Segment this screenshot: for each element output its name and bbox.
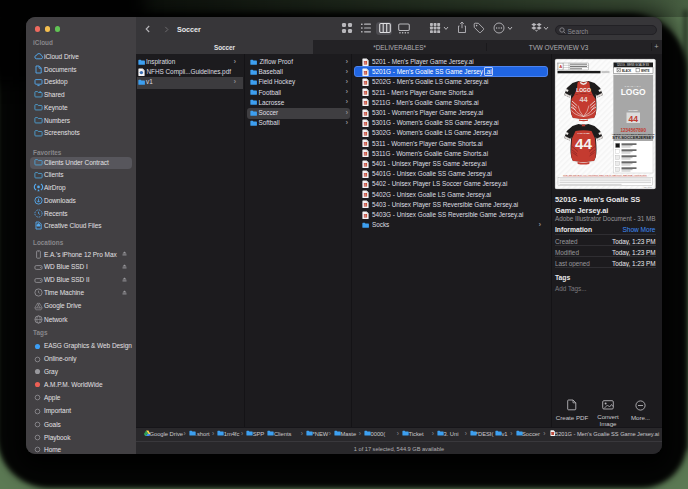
svg-text:LAST NAME: LAST NAME <box>577 132 590 134</box>
svg-text:Ai: Ai <box>364 203 367 207</box>
svg-text:Ai: Ai <box>364 122 367 126</box>
svg-text:Ai: Ai <box>364 132 367 136</box>
svg-text:PLEASE REVIEW ALL ARTWORK DETA: PLEASE REVIEW ALL ARTWORK DETAILS CAREFU… <box>563 174 647 176</box>
svg-text:Ai: Ai <box>364 71 367 75</box>
svg-text:44: 44 <box>628 114 638 124</box>
svg-text:Ai: Ai <box>364 213 367 217</box>
svg-text:Ai: Ai <box>364 81 367 85</box>
svg-text:44: 44 <box>579 95 588 104</box>
svg-text:WHITE: WHITE <box>641 69 650 73</box>
svg-text:44: 44 <box>575 136 592 152</box>
svg-text:LOGO: LOGO <box>621 87 646 97</box>
svg-text:Ai: Ai <box>364 183 367 187</box>
svg-text:LOGO: LOGO <box>576 87 591 93</box>
svg-text:1234567890: 1234567890 <box>620 128 646 133</box>
svg-text:Ai: Ai <box>364 142 367 146</box>
svg-text:Ai: Ai <box>364 91 367 95</box>
svg-text:A: A <box>559 64 562 69</box>
svg-text:Ai: Ai <box>364 60 367 64</box>
svg-text:Ai: Ai <box>364 101 367 105</box>
svg-text:Ai: Ai <box>364 193 367 197</box>
svg-text:Ai: Ai <box>364 111 367 115</box>
svg-text:NUMBER: NUMBER <box>628 109 638 111</box>
svg-text:REV 2021: REV 2021 <box>644 186 652 188</box>
svg-text:Ai: Ai <box>364 162 367 166</box>
svg-text:STY-SOCCERJERSEY: STY-SOCCERJERSEY <box>612 135 654 140</box>
svg-text:Ai: Ai <box>364 173 367 177</box>
svg-text:BLACK: BLACK <box>622 69 631 73</box>
svg-text:Ai: Ai <box>364 152 367 156</box>
svg-text:5201G - MENS GOALIE SS: 5201G - MENS GOALIE SS <box>617 63 649 67</box>
